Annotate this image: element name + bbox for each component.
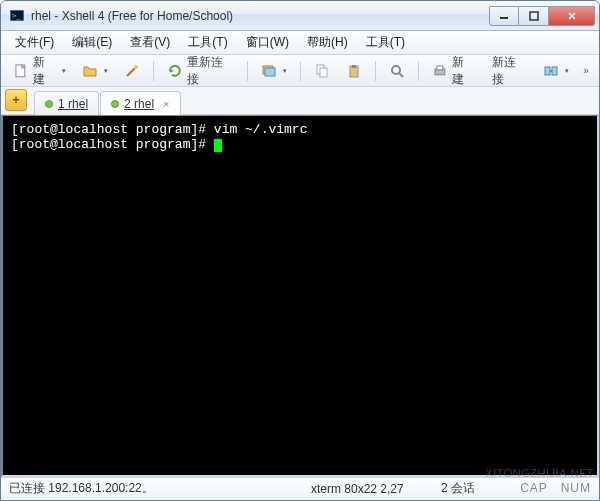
tab-1-rhel[interactable]: 1 rhel xyxy=(34,91,99,115)
close-button[interactable] xyxy=(549,6,595,26)
menu-edit[interactable]: 编辑(E) xyxy=(64,32,120,53)
reconnect-label: 重新连接 xyxy=(187,54,234,88)
reconnect-button[interactable]: 重新连接 xyxy=(161,59,240,83)
command-text: vim ~/.vimrc xyxy=(206,122,307,137)
svg-point-6 xyxy=(134,65,138,69)
svg-rect-15 xyxy=(437,65,443,69)
window-title: rhel - Xshell 4 (Free for Home/School) xyxy=(31,9,489,23)
maximize-button[interactable] xyxy=(519,6,549,26)
paste-button[interactable] xyxy=(340,59,368,83)
svg-rect-8 xyxy=(265,68,275,76)
new2-label: 新建 xyxy=(452,54,476,88)
prompt: [root@localhost program]# xyxy=(11,122,206,137)
menubar: 文件(F) 编辑(E) 查看(V) 工具(T) 窗口(W) 帮助(H) 工具(T… xyxy=(1,31,599,55)
copy-icon xyxy=(314,63,330,79)
svg-rect-10 xyxy=(320,68,327,77)
menu-tools[interactable]: 工具(T) xyxy=(180,32,235,53)
prompt: [root@localhost program]# xyxy=(11,137,206,152)
terminal[interactable]: [root@localhost program]# vim ~/.vimrc [… xyxy=(1,115,599,477)
new-file-icon xyxy=(13,63,29,79)
find-button[interactable] xyxy=(383,59,411,83)
svg-rect-3 xyxy=(500,17,508,19)
menu-view[interactable]: 查看(V) xyxy=(122,32,178,53)
newconn-label: 新连接 xyxy=(492,54,528,88)
svg-rect-16 xyxy=(545,67,550,75)
newconn-button[interactable]: 新连接 xyxy=(486,59,534,83)
svg-rect-4 xyxy=(530,12,538,20)
toolbar-overflow[interactable]: » xyxy=(579,65,593,76)
tabbar: + 1 rhel 2 rhel × xyxy=(1,87,599,115)
new2-button[interactable]: 新建 xyxy=(426,59,481,83)
svg-text:>_: >_ xyxy=(12,12,21,20)
statusbar: 已连接 192.168.1.200:22。 xterm 80x22 2,27 2… xyxy=(1,477,599,499)
open-button[interactable]: ▾ xyxy=(76,59,114,83)
toolbar-separator xyxy=(375,61,376,81)
status-dot-icon xyxy=(45,100,53,108)
add-tab-button[interactable]: + xyxy=(5,89,27,111)
sessions-icon xyxy=(261,63,277,79)
titlebar: >_ rhel - Xshell 4 (Free for Home/School… xyxy=(1,1,599,31)
copy-button[interactable] xyxy=(308,59,336,83)
window-controls xyxy=(489,6,595,26)
new-label: 新建 xyxy=(33,54,57,88)
status-caps: CAP NUM xyxy=(501,480,591,497)
folder-open-icon xyxy=(82,63,98,79)
menu-window[interactable]: 窗口(W) xyxy=(238,32,297,53)
properties-button[interactable] xyxy=(118,59,146,83)
status-terminal-info: xterm 80x22 2,27 xyxy=(311,482,441,496)
reconnect-icon xyxy=(167,63,183,79)
menu-file[interactable]: 文件(F) xyxy=(7,32,62,53)
minimize-button[interactable] xyxy=(489,6,519,26)
transfer-button[interactable]: ▾ xyxy=(537,59,575,83)
toolbar-separator xyxy=(153,61,154,81)
search-icon xyxy=(389,63,405,79)
close-tab-icon[interactable]: × xyxy=(163,98,169,110)
tab-2-rhel[interactable]: 2 rhel × xyxy=(100,91,180,115)
printer-icon xyxy=(432,63,448,79)
app-icon: >_ xyxy=(9,8,25,24)
watermark: XITONGZHIJIA.NET xyxy=(485,467,594,479)
toolbar-separator xyxy=(247,61,248,81)
status-sessions: 2 会话 xyxy=(441,480,501,497)
cursor xyxy=(214,139,222,152)
new-button[interactable]: 新建 ▾ xyxy=(7,59,72,83)
tab-label: 1 rhel xyxy=(58,97,88,111)
menu-tools2[interactable]: 工具(T) xyxy=(358,32,413,53)
status-connection: 已连接 192.168.1.200:22。 xyxy=(9,480,311,497)
menu-help[interactable]: 帮助(H) xyxy=(299,32,356,53)
tab-label: 2 rhel xyxy=(124,97,154,111)
command-text xyxy=(206,137,214,152)
transfer-icon xyxy=(543,63,559,79)
toolbar: 新建 ▾ ▾ 重新连接 ▾ xyxy=(1,55,599,87)
svg-rect-17 xyxy=(552,67,557,75)
wand-icon xyxy=(124,63,140,79)
toolbar-separator xyxy=(418,61,419,81)
svg-point-13 xyxy=(392,66,400,74)
plus-icon: + xyxy=(12,93,19,107)
paste-icon xyxy=(346,63,362,79)
sessions-button[interactable]: ▾ xyxy=(255,59,293,83)
status-dot-icon xyxy=(111,100,119,108)
toolbar-separator xyxy=(300,61,301,81)
svg-rect-12 xyxy=(352,65,356,68)
